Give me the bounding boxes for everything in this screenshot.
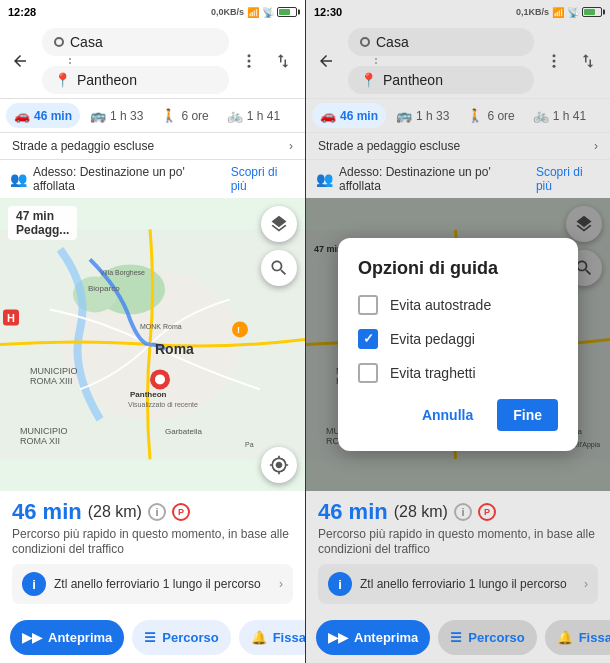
label-pedaggi: Evita pedaggi [390, 331, 475, 347]
route-desc-left: Percorso più rapido in questo momento, i… [12, 527, 293, 558]
anteprima-play-icon-left: ▶▶ [22, 630, 42, 645]
search-header-right: Casa 📍 Pantheon [306, 24, 610, 99]
route-time-left: 46 min (28 km) i P [12, 499, 293, 525]
map-time-text-left: 47 minPedagg... [16, 209, 69, 237]
map-time-badge-left: 47 minPedagg... [8, 206, 77, 240]
map-area-right[interactable]: MUNICIPIO ROMA XIII MUNICIPIO ROMA XII M… [306, 198, 610, 491]
fissa-icon-right: 🔔 [557, 630, 573, 645]
tab-walk-label-right: 6 ore [487, 109, 514, 123]
svg-text:MUNICIPIO: MUNICIPIO [30, 366, 78, 376]
wifi-icon-left: 📡 [262, 7, 274, 18]
svg-text:H: H [7, 312, 15, 324]
locate-button-left[interactable] [261, 447, 297, 483]
status-bar-right: 12:30 0,1KB/s 📶 📡 [306, 0, 610, 24]
transport-tabs-left: 🚗 46 min 🚌 1 h 33 🚶 6 ore 🚲 1 h 41 [0, 99, 305, 132]
percorso-button-left[interactable]: ☰ Percorso [132, 620, 230, 655]
fine-button[interactable]: Fine [497, 399, 558, 431]
annulla-button[interactable]: Annulla [406, 399, 489, 431]
to-input-left[interactable]: 📍 Pantheon [42, 66, 229, 94]
crowd-bar-right: 👥 Adesso: Destinazione un po' affollata … [306, 160, 610, 198]
tab-bus-label-left: 1 h 33 [110, 109, 143, 123]
crowd-icon-left: 👥 [10, 171, 27, 187]
route-distance-right: (28 km) [394, 503, 448, 521]
fissa-icon-left: 🔔 [251, 630, 267, 645]
anteprima-button-left[interactable]: ▶▶ Anteprima [10, 620, 124, 655]
route-toll-badge-left: P [172, 503, 190, 521]
svg-text:ROMA XII: ROMA XII [20, 436, 60, 446]
from-dot-icon-right [360, 37, 370, 47]
anteprima-label-left: Anteprima [48, 630, 112, 645]
tab-walk-right[interactable]: 🚶 6 ore [459, 103, 522, 128]
more-button-right[interactable] [540, 47, 568, 75]
to-input-right[interactable]: 📍 Pantheon [348, 66, 534, 94]
svg-point-27 [553, 65, 556, 68]
swap-button-left[interactable] [269, 47, 297, 75]
modal-option-traghetti: Evita traghetti [358, 363, 558, 383]
fissa-button-left[interactable]: 🔔 Fissa [239, 620, 305, 655]
tab-bus-right[interactable]: 🚌 1 h 33 [388, 103, 457, 128]
modal-card: Opzioni di guida Evita autostrade Evita … [338, 238, 578, 451]
bottom-info-left: 46 min (28 km) i P Percorso più rapido i… [0, 491, 305, 614]
svg-point-26 [553, 60, 556, 63]
checkbox-pedaggi[interactable] [358, 329, 378, 349]
walk-icon-left: 🚶 [161, 108, 177, 123]
status-icons-left: 0,0KB/s 📶 📡 [211, 7, 297, 18]
tab-car-label-left: 46 min [34, 109, 72, 123]
search-inputs-left: Casa 📍 Pantheon [42, 28, 229, 94]
svg-point-2 [248, 65, 251, 68]
modal-overlay[interactable]: Opzioni di guida Evita autostrade Evita … [306, 198, 610, 491]
tab-bus-left[interactable]: 🚌 1 h 33 [82, 103, 151, 128]
tab-car-left[interactable]: 🚗 46 min [6, 103, 80, 128]
percorso-label-right: Percorso [468, 630, 524, 645]
status-bar-left: 12:28 0,0KB/s 📶 📡 [0, 0, 305, 24]
svg-text:MUNICIPIO: MUNICIPIO [20, 426, 68, 436]
tab-bike-left[interactable]: 🚲 1 h 41 [219, 103, 288, 128]
toll-bar-right[interactable]: Strade a pedaggio escluse › [306, 132, 610, 160]
transport-tabs-right: 🚗 46 min 🚌 1 h 33 🚶 6 ore 🚲 1 h 41 [306, 99, 610, 132]
checkbox-traghetti[interactable] [358, 363, 378, 383]
tab-walk-label-left: 6 ore [181, 109, 208, 123]
svg-text:Villa Borghese: Villa Borghese [100, 269, 145, 277]
search-button-left[interactable] [261, 250, 297, 286]
ztl-bar-right[interactable]: i Ztl anello ferroviario 1 lungo il perc… [318, 564, 598, 604]
label-traghetti: Evita traghetti [390, 365, 476, 381]
anteprima-button-right[interactable]: ▶▶ Anteprima [316, 620, 430, 655]
from-text-right: Casa [376, 34, 409, 50]
tab-walk-left[interactable]: 🚶 6 ore [153, 103, 216, 128]
data-speed-right: 0,1KB/s [516, 7, 549, 17]
svg-point-21 [232, 321, 248, 337]
anteprima-play-icon-right: ▶▶ [328, 630, 348, 645]
back-button-right[interactable] [310, 45, 342, 77]
checkbox-autostrade[interactable] [358, 295, 378, 315]
percorso-button-right[interactable]: ☰ Percorso [438, 620, 536, 655]
time-left: 12:28 [8, 6, 36, 18]
back-button-left[interactable] [4, 45, 36, 77]
crowd-bar-left: 👥 Adesso: Destinazione un po' affollata … [0, 160, 305, 198]
ztl-text-left: Ztl anello ferroviario 1 lungo il percor… [54, 577, 261, 591]
crowd-link-left[interactable]: Scopri di più [231, 165, 295, 193]
from-input-right[interactable]: Casa [348, 28, 534, 56]
walk-icon-right: 🚶 [467, 108, 483, 123]
toll-text-left: Strade a pedaggio escluse [12, 139, 154, 153]
more-button-left[interactable] [235, 47, 263, 75]
tab-bike-right[interactable]: 🚲 1 h 41 [525, 103, 594, 128]
map-svg-left: MUNICIPIO ROMA XIII MUNICIPIO ROMA XII B… [0, 198, 305, 491]
car-icon-right: 🚗 [320, 108, 336, 123]
ztl-bar-left[interactable]: i Ztl anello ferroviario 1 lungo il perc… [12, 564, 293, 604]
toll-bar-left[interactable]: Strade a pedaggio escluse › [0, 132, 305, 160]
modal-option-autostrade: Evita autostrade [358, 295, 558, 315]
from-input-left[interactable]: Casa [42, 28, 229, 56]
crowd-link-right[interactable]: Scopri di più [536, 165, 600, 193]
layers-button-left[interactable] [261, 206, 297, 242]
tab-car-right[interactable]: 🚗 46 min [312, 103, 386, 128]
ztl-text-right: Ztl anello ferroviario 1 lungo il percor… [360, 577, 567, 591]
svg-text:MONK Roma: MONK Roma [140, 323, 182, 330]
toll-chevron-left: › [289, 139, 293, 153]
to-text-left: Pantheon [77, 72, 137, 88]
swap-button-right[interactable] [574, 47, 602, 75]
toll-text-right: Strade a pedaggio escluse [318, 139, 460, 153]
fissa-button-right[interactable]: 🔔 Fissa [545, 620, 610, 655]
map-area-left[interactable]: MUNICIPIO ROMA XIII MUNICIPIO ROMA XII B… [0, 198, 305, 491]
svg-point-25 [553, 54, 556, 57]
bike-icon-right: 🚲 [533, 108, 549, 123]
